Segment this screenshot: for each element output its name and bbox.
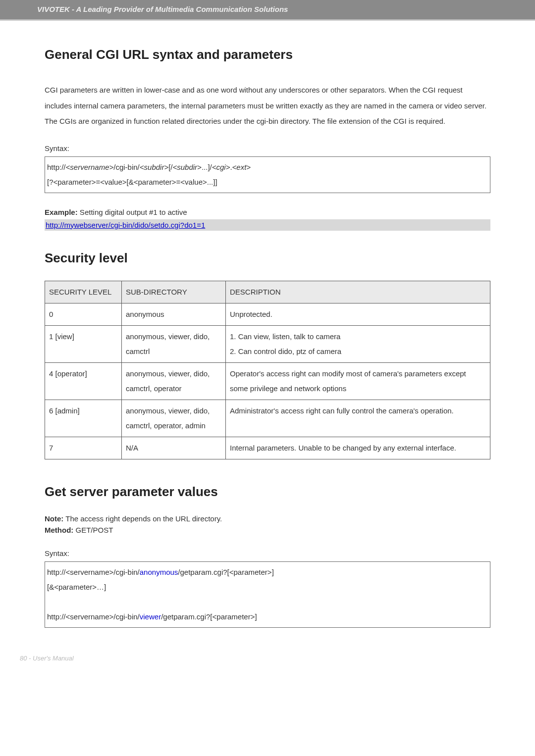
syntax-role-viewer: viewer <box>140 612 161 621</box>
note-line: Note: The access right depends on the UR… <box>45 514 490 523</box>
cell-sub-directory: anonymous, viewer, dido, camctrl <box>122 325 226 362</box>
syntax-box-1: http://<servername>/cgi-bin/<subdir>[/<s… <box>45 156 490 193</box>
syntax-text: /cgi-bin/ <box>113 612 140 621</box>
example-link[interactable]: http://mywebserver/cgi-bin/dido/setdo.cg… <box>46 221 205 229</box>
syntax-text: /cgi-bin/ <box>113 568 140 576</box>
example-link-box: http://mywebserver/cgi-bin/dido/setdo.cg… <box>45 219 490 231</box>
example-label: Example: <box>45 208 78 216</box>
syntax-subdir: <subdir> <box>173 163 202 171</box>
page-footer: 80 - User's Manual <box>0 653 535 677</box>
table-row: 4 [operator]anonymous, viewer, dido, cam… <box>45 362 490 400</box>
syntax-text: ...]/ <box>202 163 212 171</box>
syntax-servername: <servername> <box>66 568 114 576</box>
table-row: 6 [admin]anonymous, viewer, dido, camctr… <box>45 400 490 437</box>
cell-description: 1. Can view, listen, talk to camera 2. C… <box>226 325 490 362</box>
syntax2-line-3: http://<servername>/cgi-bin/viewer/getpa… <box>47 609 488 624</box>
cell-description: Operator's access right can modify most … <box>226 362 490 400</box>
table-row: 1 [view]anonymous, viewer, dido, camctrl… <box>45 325 490 362</box>
syntax-label-1: Syntax: <box>45 144 490 152</box>
note-label: Note: <box>45 514 63 523</box>
syntax-subdir: <subdir> <box>140 163 168 171</box>
syntax-ext: <ext> <box>232 163 251 171</box>
cell-description: Internal parameters. Unable to be change… <box>226 437 490 459</box>
cell-security-level: 6 [admin] <box>45 400 122 437</box>
syntax-box-2: http://<servername>/cgi-bin/anonymous/ge… <box>45 561 490 628</box>
example-text: Setting digital output #1 to active <box>78 208 187 216</box>
syntax-text: /getparam.cgi?[ <box>178 568 229 576</box>
syntax2-line-1: http://<servername>/cgi-bin/anonymous/ge… <box>47 565 488 580</box>
syntax-parameter: <parameter> <box>229 568 272 576</box>
footer-page-number: 80 - User's Manual <box>20 655 74 662</box>
syntax-text: ] <box>255 612 257 621</box>
cell-sub-directory: anonymous, viewer, dido, camctrl, operat… <box>122 362 226 400</box>
cell-sub-directory: N/A <box>122 437 226 459</box>
syntax-text: [/ <box>168 163 172 171</box>
header-tagline: VIVOTEK - A Leading Provider of Multimed… <box>37 5 288 13</box>
syntax-text: /getparam.cgi?[ <box>161 612 212 621</box>
syntax-servername: <servername> <box>66 612 114 621</box>
cell-description: Unprotected. <box>226 303 490 325</box>
th-security-level: SECURITY LEVEL <box>45 281 122 303</box>
th-description: DESCRIPTION <box>226 281 490 303</box>
syntax-text: /cgi-bin/ <box>113 163 140 171</box>
cell-sub-directory: anonymous <box>122 303 226 325</box>
table-row: 7N/AInternal parameters. Unable to be ch… <box>45 437 490 459</box>
syntax2-line-2: [&<parameter>…] <box>47 580 488 595</box>
cell-description: Administrator's access right can fully c… <box>226 400 490 437</box>
cell-security-level: 7 <box>45 437 122 459</box>
page-header: VIVOTEK - A Leading Provider of Multimed… <box>0 0 535 20</box>
syntax-line-1: http://<servername>/cgi-bin/<subdir>[/<s… <box>47 160 488 175</box>
cell-security-level: 4 [operator] <box>45 362 122 400</box>
syntax2-blank <box>47 595 488 609</box>
heading-general-cgi: General CGI URL syntax and parameters <box>45 47 490 62</box>
syntax-label-2: Syntax: <box>45 549 490 557</box>
method-line: Method: GET/POST <box>45 526 490 534</box>
example-line: Example: Setting digital output #1 to ac… <box>45 208 490 216</box>
syntax-line-2: [?<parameter>=<value>[&<parameter>=<valu… <box>47 175 488 190</box>
heading-security-level: Security level <box>45 251 490 266</box>
syntax-text: http:// <box>47 163 66 171</box>
syntax-servername: <servername> <box>66 163 114 171</box>
table-header-row: SECURITY LEVEL SUB-DIRECTORY DESCRIPTION <box>45 281 490 303</box>
general-cgi-paragraph: CGI parameters are written in lower-case… <box>45 82 490 129</box>
cell-sub-directory: anonymous, viewer, dido, camctrl, operat… <box>122 400 226 437</box>
syntax-parameter: <parameter> <box>213 612 255 621</box>
syntax-cgi: <cgi> <box>212 163 230 171</box>
method-label: Method: <box>45 526 73 534</box>
note-text: The access right depends on the URL dire… <box>63 514 222 523</box>
cell-security-level: 0 <box>45 303 122 325</box>
page-content: General CGI URL syntax and parameters CG… <box>0 20 535 643</box>
security-level-table: SECURITY LEVEL SUB-DIRECTORY DESCRIPTION… <box>45 281 490 459</box>
table-row: 0anonymousUnprotected. <box>45 303 490 325</box>
syntax-text: ] <box>272 568 274 576</box>
method-text: GET/POST <box>73 526 113 534</box>
syntax-role-anonymous: anonymous <box>140 568 178 576</box>
syntax-text: http:// <box>47 612 66 621</box>
cell-security-level: 1 [view] <box>45 325 122 362</box>
heading-get-server-params: Get server parameter values <box>45 484 490 500</box>
th-sub-directory: SUB-DIRECTORY <box>122 281 226 303</box>
syntax-text: http:// <box>47 568 66 576</box>
